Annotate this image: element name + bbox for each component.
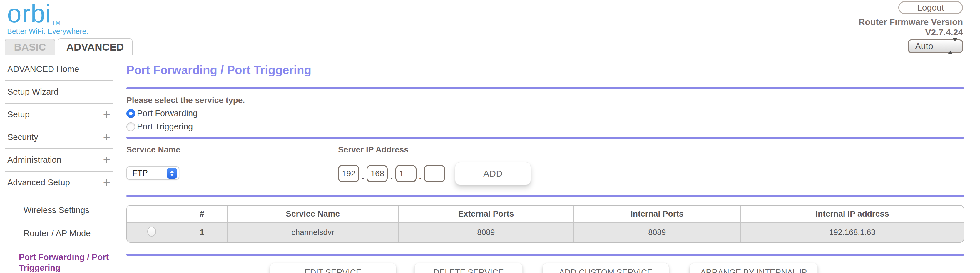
sidebar-item-setup[interactable]: Setup +: [5, 104, 113, 126]
select-stepper-icon: [167, 168, 177, 179]
main-content: Port Forwarding / Port Triggering Please…: [118, 55, 980, 273]
sidebar-subitem-router-ap-mode[interactable]: Router / AP Mode: [24, 228, 118, 238]
page-title: Port Forwarding / Port Triggering: [126, 64, 964, 77]
sidebar-subnav: Wireless Settings Router / AP Mode Port …: [0, 205, 118, 273]
edit-service-button[interactable]: EDIT SERVICE: [270, 263, 396, 273]
service-type-section: Please select the service type. Port For…: [126, 96, 964, 131]
header-external-ports: External Ports: [399, 206, 574, 223]
expand-plus-icon: +: [103, 134, 110, 140]
orbi-logo: orbiTM Better WiFi. Everywhere.: [7, 0, 88, 35]
select-arrows-icon: [948, 41, 958, 51]
table-row: 1 channelsdvr 8089 8089 192.168.1.63: [127, 223, 964, 242]
service-name-select[interactable]: FTP: [126, 166, 179, 180]
service-name-label: Service Name: [126, 145, 338, 155]
header-internal-ports: Internal Ports: [574, 206, 741, 223]
sidebar-item-administration[interactable]: Administration +: [5, 149, 113, 171]
sidebar-subitem-port-forwarding[interactable]: Port Forwarding / Port Triggering: [19, 252, 111, 273]
ip-dot: .: [419, 170, 422, 182]
expand-plus-icon: +: [103, 180, 110, 186]
delete-service-button[interactable]: DELETE SERVICE: [414, 263, 523, 273]
sidebar-item-security[interactable]: Security +: [5, 126, 113, 149]
header: orbiTM Better WiFi. Everywhere. Logout R…: [0, 0, 980, 55]
row-service-name: channelsdvr: [228, 223, 399, 242]
server-ip-inputs: . . . ADD: [338, 162, 964, 185]
expand-plus-icon: +: [103, 157, 110, 163]
firmware-label: Router Firmware Version: [859, 17, 963, 27]
service-type-label: Please select the service type.: [126, 96, 964, 105]
divider: [126, 254, 964, 255]
sidebar-subitem-wireless-settings[interactable]: Wireless Settings: [24, 205, 118, 215]
port-forwarding-table: # Service Name External Ports Internal P…: [126, 205, 964, 243]
ip-octet-3-input[interactable]: [395, 165, 417, 182]
sidebar-item-setup-wizard[interactable]: Setup Wizard: [5, 81, 113, 104]
row-number: 1: [177, 223, 228, 242]
ip-octet-1-input[interactable]: [338, 165, 359, 182]
trademark-symbol: TM: [52, 19, 60, 26]
expand-plus-icon: +: [103, 112, 110, 118]
header-internal-ip: Internal IP address: [741, 206, 964, 223]
add-custom-service-button[interactable]: ADD CUSTOM SERVICE: [542, 263, 669, 273]
logo-tagline: Better WiFi. Everywhere.: [7, 27, 88, 35]
ip-octet-4-input[interactable]: [424, 165, 445, 182]
radio-selected-icon[interactable]: [126, 109, 135, 118]
tab-advanced[interactable]: ADVANCED: [57, 38, 132, 55]
language-select[interactable]: Auto: [908, 40, 963, 53]
add-button[interactable]: ADD: [455, 162, 531, 185]
row-select-radio[interactable]: [147, 227, 156, 236]
tab-strip-divider: [0, 55, 965, 55]
table-header-row: # Service Name External Ports Internal P…: [127, 206, 964, 223]
divider: [126, 137, 964, 139]
firmware-version-block: Router Firmware Version V2.7.4.24: [859, 17, 963, 37]
ip-dot: .: [390, 170, 393, 182]
tab-basic[interactable]: BASIC: [5, 38, 55, 55]
sidebar-nav: ADVANCED Home Setup Wizard Setup + Secur…: [0, 55, 118, 273]
header-number: #: [177, 206, 228, 223]
row-external-ports: 8089: [399, 223, 574, 242]
logout-button[interactable]: Logout: [898, 1, 963, 14]
radio-option-port-forwarding[interactable]: Port Forwarding: [126, 109, 964, 118]
server-ip-label: Server IP Address: [338, 145, 964, 155]
row-internal-ports: 8089: [574, 223, 741, 242]
header-service-name: Service Name: [228, 206, 399, 223]
language-select-value: Auto: [915, 41, 933, 51]
sidebar-item-advanced-home[interactable]: ADVANCED Home: [5, 58, 113, 81]
radio-option-port-triggering[interactable]: Port Triggering: [126, 122, 964, 131]
logo-wordmark: orbi: [7, 0, 51, 28]
divider: [126, 87, 964, 89]
header-select: [127, 206, 177, 223]
firmware-version: V2.7.4.24: [859, 27, 963, 38]
radio-unselected-icon[interactable]: [126, 122, 135, 131]
row-internal-ip: 192.168.1.63: [741, 223, 964, 242]
main-tabs: BASIC ADVANCED: [5, 38, 132, 55]
arrange-by-internal-ip-button[interactable]: ARRANGE BY INTERNAL IP: [690, 263, 818, 273]
divider: [126, 195, 964, 197]
table-actions: EDIT SERVICE DELETE SERVICE ADD CUSTOM S…: [126, 263, 964, 273]
ip-dot: .: [361, 170, 364, 182]
add-service-form: Service Name FTP Server IP Address . . .: [126, 145, 964, 185]
service-name-select-value: FTP: [132, 168, 148, 178]
sidebar-item-advanced-setup[interactable]: Advanced Setup +: [5, 171, 113, 194]
ip-octet-2-input[interactable]: [366, 165, 388, 182]
